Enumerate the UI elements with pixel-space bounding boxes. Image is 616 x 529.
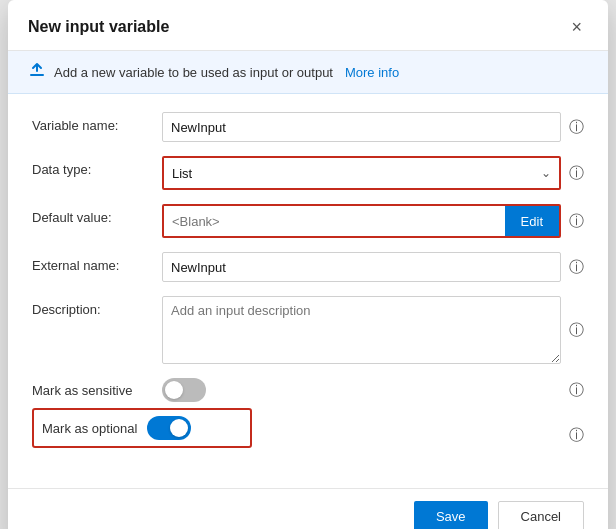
save-button[interactable]: Save: [414, 501, 488, 529]
default-value-info-icon[interactable]: ⓘ: [569, 212, 584, 231]
external-name-row: External name: ⓘ: [32, 252, 584, 282]
more-info-link[interactable]: More info: [345, 65, 399, 80]
data-type-label: Data type:: [32, 156, 152, 177]
banner-text: Add a new variable to be used as input o…: [54, 65, 333, 80]
info-banner: Add a new variable to be used as input o…: [8, 51, 608, 94]
mark-sensitive-row: Mark as sensitive ⓘ: [32, 378, 584, 402]
data-type-select-wrapper: List String Integer Float Boolean DateTi…: [162, 156, 561, 190]
description-row: Description: ⓘ: [32, 296, 584, 364]
upload-icon: [28, 61, 46, 83]
variable-name-control: ⓘ: [162, 112, 584, 142]
mark-sensitive-info-icon[interactable]: ⓘ: [569, 381, 584, 400]
data-type-row: Data type: List String Integer Float Boo…: [32, 156, 584, 190]
description-label: Description:: [32, 296, 152, 317]
description-info-icon[interactable]: ⓘ: [569, 321, 584, 340]
data-type-info-icon[interactable]: ⓘ: [569, 164, 584, 183]
dialog-body: Variable name: ⓘ Data type: List String …: [8, 94, 608, 488]
external-name-info-icon[interactable]: ⓘ: [569, 258, 584, 277]
close-button[interactable]: ×: [565, 16, 588, 38]
variable-name-label: Variable name:: [32, 112, 152, 133]
description-textarea[interactable]: [162, 296, 561, 364]
mark-sensitive-control: ⓘ: [162, 378, 584, 402]
default-value-input[interactable]: [164, 206, 505, 236]
dialog-header: New input variable ×: [8, 0, 608, 51]
mark-sensitive-slider: [162, 378, 206, 402]
data-type-select[interactable]: List String Integer Float Boolean DateTi…: [164, 158, 559, 188]
mark-optional-slider: [147, 416, 191, 440]
description-control: ⓘ: [162, 296, 584, 364]
variable-name-info-icon[interactable]: ⓘ: [569, 118, 584, 137]
default-value-label: Default value:: [32, 204, 152, 225]
external-name-control: ⓘ: [162, 252, 584, 282]
mark-sensitive-label: Mark as sensitive: [32, 383, 152, 398]
data-type-control: List String Integer Float Boolean DateTi…: [162, 156, 584, 190]
mark-sensitive-toggle[interactable]: [162, 378, 206, 402]
variable-name-row: Variable name: ⓘ: [32, 112, 584, 142]
dialog-footer: Save Cancel: [8, 488, 608, 529]
mark-optional-bordered-row: Mark as optional: [32, 408, 252, 448]
cancel-button[interactable]: Cancel: [498, 501, 584, 529]
external-name-input[interactable]: [162, 252, 561, 282]
mark-optional-label: Mark as optional: [42, 421, 137, 436]
new-input-variable-dialog: New input variable × Add a new variable …: [8, 0, 608, 529]
default-value-control: Edit ⓘ: [162, 204, 584, 238]
mark-optional-info-icon[interactable]: ⓘ: [569, 426, 584, 445]
edit-button[interactable]: Edit: [505, 206, 559, 236]
default-value-wrap: Edit: [162, 204, 561, 238]
dialog-title: New input variable: [28, 18, 169, 36]
mark-optional-toggle[interactable]: [147, 416, 191, 440]
svg-rect-0: [30, 74, 44, 76]
default-value-row: Default value: Edit ⓘ: [32, 204, 584, 238]
external-name-label: External name:: [32, 252, 152, 273]
variable-name-input[interactable]: [162, 112, 561, 142]
